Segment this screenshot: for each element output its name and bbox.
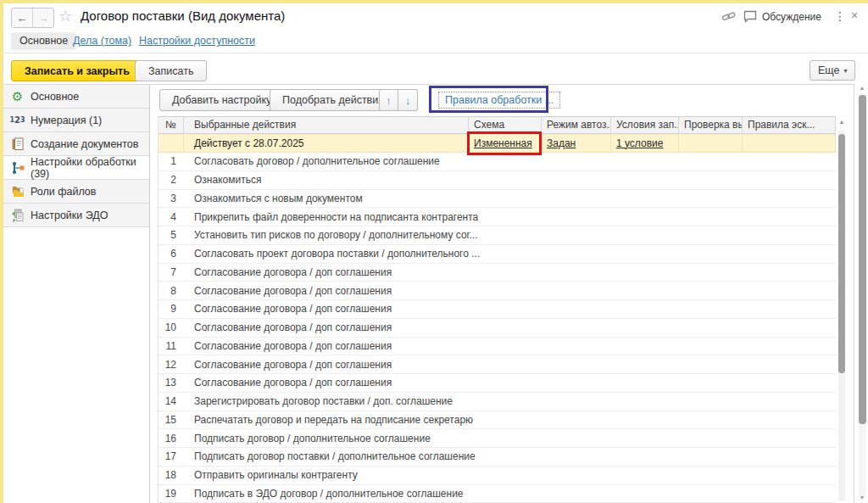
table-row[interactable]: 13Согласование договора / доп соглашения [159, 374, 836, 393]
sidebar-item-label: Роли файлов [31, 186, 96, 198]
conditions-link[interactable]: 1 условие [611, 134, 679, 152]
sidebar-item-label: Создание документов [31, 138, 138, 150]
row-number: 1 [159, 155, 184, 167]
column-header-auto-mode[interactable]: Режим автоз... [542, 117, 611, 133]
column-header-escalation[interactable]: Правила эск... [743, 117, 836, 133]
table-row[interactable]: 19Подписать в ЭДО договор / дополнительн… [159, 485, 836, 503]
table-row-active[interactable]: Действует с 28.07.2025 Измененная Задан … [159, 134, 836, 153]
form-scroll-up-icon[interactable]: ▲ [858, 85, 866, 91]
table-row[interactable]: 17Подписать договор поставки / дополните… [159, 448, 836, 467]
row-action-label[interactable]: Согласование договора / доп соглашения [184, 340, 836, 352]
table-row[interactable]: 2Ознакомиться [159, 171, 836, 190]
table-row[interactable]: 7Согласование договора / доп соглашения [159, 264, 836, 282]
table-row[interactable]: 14Зарегистрировать договор поставки / до… [159, 393, 836, 411]
table-row[interactable]: 15Распечатать договор и передать на подп… [159, 411, 836, 430]
schema-link[interactable]: Измененная [469, 134, 542, 152]
processing-rules-link[interactable]: Правила обработки ... [438, 92, 560, 109]
table-row[interactable]: 10Согласование договора / доп соглашения [159, 319, 836, 338]
column-header-number[interactable]: № [159, 117, 184, 133]
row-action-label[interactable]: Согласование договора / доп соглашения [184, 359, 836, 371]
table-row[interactable]: 16Подписать договор / дополнительное сог… [159, 429, 836, 448]
sidebar-item-file-roles[interactable]: Роли файлов [3, 180, 149, 204]
row-action-label[interactable]: Подписать в ЭДО договор / дополнительное… [184, 488, 836, 500]
row-number: 11 [159, 340, 184, 352]
table-rows: 1Согласовать договор / дополнительное со… [159, 153, 836, 503]
column-header-schema[interactable]: Схема [469, 117, 542, 133]
tab-cases[interactable]: Дела (тома) [73, 35, 131, 47]
gear-icon: ⚙ [10, 90, 25, 103]
row-action-label[interactable]: Прикрепить файл доверенности на подписан… [184, 211, 836, 223]
sidebar-item-label: Настройки обработки (39) [31, 156, 149, 180]
row-action-label[interactable]: Распечатать договор и передать на подпис… [184, 414, 836, 426]
table-row[interactable]: 8Согласование договора / доп соглашения [159, 282, 836, 300]
discussion-label[interactable]: Обсуждение [762, 11, 821, 23]
row-action-label[interactable]: Подписать договор поставки / дополнитель… [184, 450, 836, 462]
table-row[interactable]: 6Согласовать проект договора поставки / … [159, 245, 836, 264]
table-row[interactable]: 18Отправить оригиналы контрагенту [159, 467, 836, 485]
add-setting-button[interactable]: Добавить настройку [159, 89, 284, 111]
column-header-check[interactable]: Проверка вы... [679, 117, 743, 133]
table-row[interactable]: 12Согласование договора / доп соглашения [159, 355, 836, 374]
save-button[interactable]: Записать [135, 60, 207, 81]
table-row[interactable]: 9Согласование договора / доп соглашения [159, 300, 836, 319]
row-action-label[interactable]: Согласовать проект договора поставки / д… [184, 248, 836, 260]
row-action-label[interactable]: Отправить оригиналы контрагенту [184, 469, 836, 481]
table-row[interactable]: 5Установить тип рисков по договору / доп… [159, 226, 836, 245]
row-action-label[interactable]: Ознакомиться с новым документом [184, 193, 836, 204]
sidebar-item-edo-settings[interactable]: Настройки ЭДО [3, 204, 149, 227]
close-icon[interactable]: × [851, 8, 858, 22]
table-row[interactable]: 11Согласование договора / доп соглашения [159, 338, 836, 356]
sidebar-item-label: Нумерация (1) [31, 115, 102, 126]
table-scroll-up-icon[interactable]: ▲ [837, 119, 846, 125]
row-number: 10 [159, 321, 184, 333]
row-action-label[interactable]: Согласование договора / доп соглашения [184, 303, 836, 315]
row-action-label[interactable]: Установить тип рисков по договору / допо… [184, 229, 836, 241]
row-number: 9 [159, 303, 184, 315]
column-header-actions[interactable]: Выбранные действия [184, 117, 469, 133]
row-action-label[interactable]: Согласование договора / доп соглашения [184, 321, 836, 333]
dropdown-arrow-icon: ▾ [843, 67, 847, 75]
sidebar-item-doc-creation[interactable]: Создание документов [3, 132, 149, 156]
forward-icon: → [38, 12, 49, 25]
discussion-bubble-icon[interactable] [743, 10, 757, 23]
row-action-label[interactable]: Согласование договора / доп соглашения [184, 285, 836, 297]
more-menu-icon[interactable]: ⋮ [834, 9, 846, 23]
row-number: 12 [159, 359, 184, 371]
table-row[interactable]: 3Ознакомиться с новым документом [159, 190, 836, 209]
form-scroll-down-icon[interactable]: ▼ [858, 495, 866, 500]
table-row[interactable]: 4Прикрепить файл доверенности на подписа… [159, 208, 836, 226]
row-action-label[interactable]: Ознакомиться [184, 174, 836, 186]
row-number: 6 [159, 248, 184, 260]
column-header-conditions[interactable]: Условия зап... [611, 117, 679, 133]
sidebar-item-main[interactable]: ⚙ Основное [3, 85, 149, 109]
forward-button[interactable]: → [33, 8, 53, 27]
back-icon: ← [17, 12, 28, 25]
tab-access-settings[interactable]: Настройки доступности [139, 35, 255, 47]
sidebar-item-processing-settings[interactable]: Настройки обработки (39) [3, 156, 149, 180]
row-action-label[interactable]: Согласование договора / доп соглашения [184, 266, 836, 278]
sidebar-item-numbering[interactable]: 123 Нумерация (1) [3, 109, 149, 132]
favorite-star-icon[interactable]: ☆ [58, 8, 72, 25]
edo-exchange-icon [10, 209, 25, 222]
row-action-label[interactable]: Согласовать договор / дополнительное сог… [184, 155, 836, 167]
row-action-label[interactable]: Подписать договор / дополнительное согла… [184, 433, 836, 444]
back-button[interactable]: ← [12, 8, 33, 27]
tabs-separator [3, 53, 868, 53]
form-scrollbar-thumb[interactable] [859, 95, 866, 424]
copy-link-icon[interactable] [721, 10, 736, 23]
history-nav-group: ← → [11, 8, 54, 28]
row-action-label[interactable]: Зарегистрировать договор поставки / доп.… [184, 395, 836, 407]
row-number: 5 [159, 229, 184, 241]
row-action-label[interactable]: Согласование договора / доп соглашения [184, 377, 836, 388]
move-down-button[interactable]: ↓ [398, 89, 418, 111]
auto-mode-link[interactable]: Задан [542, 134, 611, 152]
more-button-label: Еще [818, 64, 839, 76]
table-scrollbar-thumb[interactable] [838, 134, 845, 373]
move-up-button[interactable]: ↑ [379, 89, 398, 111]
save-close-button[interactable]: Записать и закрыть [11, 60, 143, 81]
more-button[interactable]: Еще ▾ [810, 60, 855, 81]
active-row-label[interactable]: Действует с 28.07.2025 [184, 134, 469, 152]
table-row[interactable]: 1Согласовать договор / дополнительное со… [159, 153, 836, 171]
tab-main[interactable]: Основное [11, 32, 76, 50]
pick-actions-button[interactable]: Подобрать действия [270, 89, 397, 111]
